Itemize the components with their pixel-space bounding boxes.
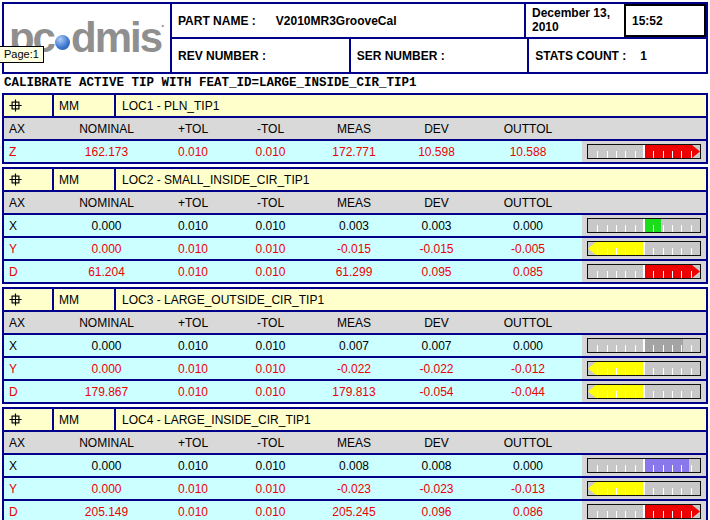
bar-tick [635, 225, 636, 232]
bar-tick [653, 391, 654, 398]
measurement-row[interactable]: D 61.204 0.010 0.010 61.299 0.095 0.085 [4, 259, 706, 282]
bar-tick [616, 248, 617, 255]
axis-cell: D [4, 265, 59, 279]
bar-tick [597, 465, 598, 472]
feature-icon-cell [4, 409, 54, 430]
section-header-row[interactable]: MM LOC1 - PLN_TIP1 [4, 95, 706, 116]
bar-tick [616, 368, 617, 375]
column-header-meas: MEAS [309, 316, 399, 330]
dimension-section: MM LOC2 - SMALL_INSIDE_CIR_TIP1 AXNOMINA… [2, 167, 708, 284]
bar-tick [653, 465, 654, 472]
measurement-row[interactable]: Z 162.173 0.010 0.010 172.771 10.598 10.… [4, 139, 706, 162]
bar-tick [625, 391, 626, 398]
section-header-row[interactable]: MM LOC3 - LARGE_OUTSIDE_CIR_TIP1 [4, 289, 706, 310]
column-header-nominal: NOMINAL [59, 316, 154, 330]
tolerance-bar [587, 481, 701, 496]
logo-dot-icon [55, 35, 70, 50]
plus-tol-cell: 0.010 [154, 145, 232, 159]
column-header-meas: MEAS [309, 436, 399, 450]
bar-center-line [643, 242, 645, 255]
axis-cell: X [4, 219, 59, 233]
nominal-cell: 0.000 [59, 459, 154, 473]
bar-tick [663, 391, 664, 398]
bar-center-line [643, 505, 645, 518]
bar-tick [663, 271, 664, 278]
measurement-row[interactable]: X 0.000 0.010 0.010 0.007 0.007 0.000 [4, 333, 706, 356]
bar-tick [691, 271, 692, 278]
bar-tick [616, 511, 617, 518]
measurement-row[interactable]: Y 0.000 0.010 0.010 -0.015 -0.015 -0.005 [4, 236, 706, 259]
bar-tick [625, 465, 626, 472]
deviation-graph-cell [582, 358, 706, 379]
bar-tick [681, 488, 682, 495]
deviation-graph-cell [582, 261, 706, 282]
bar-tick [597, 488, 598, 495]
outtol-cell: -0.044 [474, 385, 582, 399]
plus-tol-cell: 0.010 [154, 505, 232, 519]
column-header-meas: MEAS [309, 122, 399, 136]
measurement-row[interactable]: D 205.149 0.010 0.010 205.245 0.096 0.08… [4, 499, 706, 520]
bar-tick [691, 248, 692, 255]
section-header-row[interactable]: MM LOC4 - LARGE_INSIDE_CIR_TIP1 [4, 409, 706, 430]
deviation-graph-cell [582, 141, 706, 162]
column-header-row: AXNOMINAL+TOL-TOLMEASDEVOUTTOL [4, 310, 706, 333]
dev-cell: 0.096 [399, 505, 474, 519]
bar-tick [681, 225, 682, 232]
bar-center-line [643, 362, 645, 375]
bar-tick [597, 345, 598, 352]
column-header-dev: DEV [399, 196, 474, 210]
section-title: LOC4 - LARGE_INSIDE_CIR_TIP1 [122, 413, 311, 427]
column-header-ax: AX [4, 316, 59, 330]
bar-tick [681, 465, 682, 472]
bar-tick [607, 488, 608, 495]
column-header-outtol: OUTTOL [474, 196, 582, 210]
minus-tol-cell: 0.010 [232, 219, 309, 233]
minus-tol-cell: 0.010 [232, 459, 309, 473]
bar-tick [625, 368, 626, 375]
bar-tick [625, 488, 626, 495]
bar-tick [625, 271, 626, 278]
tolerance-bar [587, 218, 701, 233]
axis-cell: Y [4, 242, 59, 256]
nominal-cell: 0.000 [59, 482, 154, 496]
measurement-row[interactable]: Y 0.000 0.010 0.010 -0.022 -0.022 -0.012 [4, 356, 706, 379]
bar-tick [653, 248, 654, 255]
minus-tol-cell: 0.010 [232, 242, 309, 256]
dev-cell: -0.023 [399, 482, 474, 496]
bar-tick [597, 225, 598, 232]
bar-tick [635, 488, 636, 495]
nominal-cell: 0.000 [59, 339, 154, 353]
column-header-ax: AX [4, 122, 59, 136]
deviation-graph-cell [582, 501, 706, 520]
column-header-tol: +TOL [154, 436, 232, 450]
column-header-nominal: NOMINAL [59, 196, 154, 210]
bar-tick [663, 511, 664, 518]
part-name-label: PART NAME : [178, 14, 256, 28]
measurement-row[interactable]: X 0.000 0.010 0.010 0.008 0.008 0.000 [4, 453, 706, 476]
tolerance-bar [587, 504, 701, 519]
bar-tick [607, 225, 608, 232]
outtol-cell: 0.086 [474, 505, 582, 519]
nominal-cell: 162.173 [59, 145, 154, 159]
bar-tick [653, 271, 654, 278]
bar-tick [616, 488, 617, 495]
measurement-row[interactable]: D 179.867 0.010 0.010 179.813 -0.054 -0.… [4, 379, 706, 402]
bar-tick [597, 368, 598, 375]
measurement-row[interactable]: Y 0.000 0.010 0.010 -0.023 -0.023 -0.013 [4, 476, 706, 499]
measurement-row[interactable]: X 0.000 0.010 0.010 0.003 0.003 0.000 [4, 213, 706, 236]
section-title-cell: LOC3 - LARGE_OUTSIDE_CIR_TIP1 [116, 289, 706, 310]
crosshair-icon [9, 293, 22, 306]
bar-tick [616, 151, 617, 158]
minus-tol-cell: 0.010 [232, 362, 309, 376]
bar-tick [653, 345, 654, 352]
dev-cell: 10.598 [399, 145, 474, 159]
section-header-row[interactable]: MM LOC2 - SMALL_INSIDE_CIR_TIP1 [4, 169, 706, 190]
bar-tick [616, 345, 617, 352]
bar-center-line [643, 459, 645, 472]
bar-tick [653, 151, 654, 158]
bar-tick [672, 225, 673, 232]
meas-cell: -0.023 [309, 482, 399, 496]
bar-tick [663, 225, 664, 232]
bar-tick [635, 368, 636, 375]
bar-tick [597, 151, 598, 158]
